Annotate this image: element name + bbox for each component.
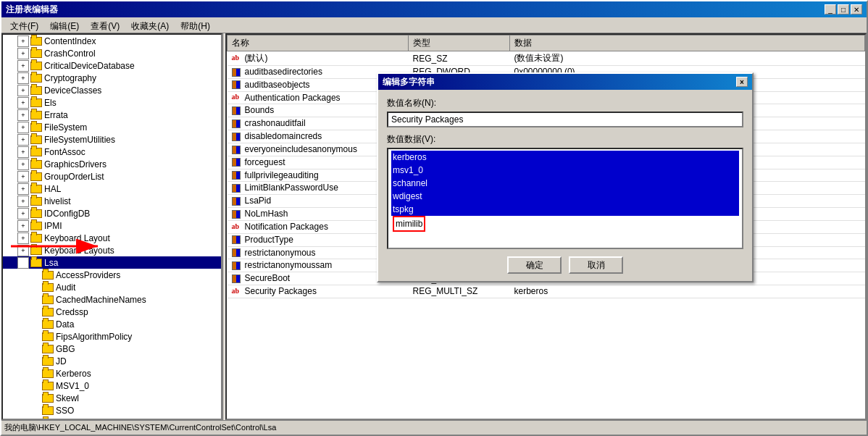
dialog-title-bar: 编辑多字符串 ×: [378, 74, 752, 90]
data-field: 数值数据(V): kerberosmsv1_0schannelwdigestts…: [387, 133, 743, 249]
dialog-close-button[interactable]: ×: [736, 77, 748, 87]
name-field-input[interactable]: [387, 112, 743, 127]
dialog-body: 数值名称(N): 数值数据(V): kerberosmsv1_0schannel…: [378, 90, 752, 281]
data-field-label: 数值数据(V):: [387, 133, 743, 146]
dialog-overlay: 编辑多字符串 × 数值名称(N): 数值数据(V): kerberosmsv1_…: [0, 0, 868, 436]
multistring-line: tspkg: [391, 203, 739, 216]
name-field-label: 数值名称(N):: [387, 97, 743, 109]
name-field: 数值名称(N):: [387, 97, 743, 127]
dialog-title-text: 编辑多字符串: [383, 76, 435, 88]
multistring-line: schannel: [391, 177, 739, 190]
multistring-line: mimilib: [391, 216, 739, 232]
mimilib-highlight: mimilib: [393, 216, 425, 232]
multistring-line: kerberos: [391, 151, 739, 164]
dialog-buttons: 确定 取消: [387, 256, 743, 274]
multistring-line: msv1_0: [391, 164, 739, 177]
cancel-button[interactable]: 取消: [569, 256, 623, 274]
edit-multistring-dialog: 编辑多字符串 × 数值名称(N): 数值数据(V): kerberosmsv1_…: [377, 72, 754, 282]
ok-button[interactable]: 确定: [507, 256, 562, 274]
multistring-line: wdigest: [391, 190, 739, 203]
